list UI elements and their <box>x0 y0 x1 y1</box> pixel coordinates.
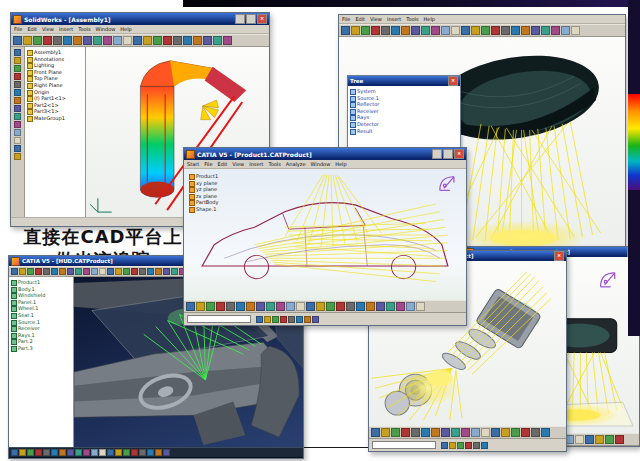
tree-item[interactable]: Detector <box>349 121 459 128</box>
toolbar-icon[interactable] <box>203 36 212 45</box>
toolbar-icon[interactable] <box>326 302 335 311</box>
tree-item[interactable]: Origin <box>26 89 84 96</box>
toolbar-icon[interactable] <box>107 268 114 275</box>
tree-item[interactable]: Seat.1 <box>10 312 72 319</box>
toolbar-icon[interactable] <box>306 302 315 311</box>
menu-item[interactable]: File <box>342 16 350 22</box>
toolbar-icon[interactable] <box>143 36 152 45</box>
toolbar-icon[interactable] <box>163 36 172 45</box>
toolbar-icon[interactable] <box>83 268 90 275</box>
toolbar-icon[interactable] <box>376 302 385 311</box>
toolbar-icon[interactable] <box>280 316 287 323</box>
toolbar-icon[interactable] <box>341 26 350 35</box>
toolbar-icon[interactable] <box>115 268 122 275</box>
toolbar-icon[interactable] <box>366 302 375 311</box>
toolbar-icon[interactable] <box>99 268 106 275</box>
menu-item[interactable]: View <box>370 16 382 22</box>
close-button[interactable] <box>257 14 267 24</box>
toolbar-icon[interactable] <box>491 26 500 35</box>
toolbar-icon[interactable] <box>451 26 460 35</box>
toolbar-icon[interactable] <box>256 316 263 323</box>
toolbar-icon[interactable] <box>193 36 202 45</box>
toolbar-icon[interactable] <box>213 36 222 45</box>
close-button[interactable] <box>454 149 464 159</box>
toolbar-icon[interactable] <box>481 442 488 449</box>
toolbar-icon[interactable] <box>139 449 146 456</box>
toolbar-icon[interactable] <box>312 316 319 323</box>
toolbar-icon[interactable] <box>391 26 400 35</box>
toolbar-icon[interactable] <box>206 302 215 311</box>
toolbar-icon[interactable] <box>226 302 235 311</box>
menu-item[interactable]: Tools <box>269 161 281 167</box>
tree-item[interactable]: Receiver <box>10 325 72 332</box>
toolbar-icon[interactable] <box>246 302 255 311</box>
tree-item[interactable]: Receiver <box>349 108 459 115</box>
toolbar-icon[interactable] <box>615 435 624 444</box>
toolbar-icon[interactable] <box>14 49 21 56</box>
toolbar-icon[interactable] <box>223 36 232 45</box>
tree-item[interactable]: Annotations <box>26 56 84 63</box>
menu-item[interactable]: Help <box>424 16 435 22</box>
toolbar-icon[interactable] <box>123 268 130 275</box>
toolbar-icon[interactable] <box>605 435 614 444</box>
toolbar-icon[interactable] <box>296 316 303 323</box>
toolbar-icon[interactable] <box>139 268 146 275</box>
toolbar-icon[interactable] <box>481 428 490 437</box>
toolbar-icon[interactable] <box>356 302 365 311</box>
toolbar-icon[interactable] <box>14 97 21 104</box>
toolbar-icon[interactable] <box>14 137 21 144</box>
toolbar-icon[interactable] <box>59 449 66 456</box>
menu-item[interactable]: File <box>14 26 22 32</box>
toolbar-icon[interactable] <box>457 442 464 449</box>
menu-item[interactable]: Help <box>335 161 346 167</box>
toolbar-icon[interactable] <box>391 428 400 437</box>
toolbar-icon[interactable] <box>431 428 440 437</box>
toolbar-icon[interactable] <box>35 449 42 456</box>
toolbar-icon[interactable] <box>585 435 594 444</box>
toolbar-icon[interactable] <box>93 36 102 45</box>
menu-item[interactable]: Tools <box>78 26 90 32</box>
toolbar-icon[interactable] <box>23 36 32 45</box>
toolbar-icon[interactable] <box>13 36 22 45</box>
toolbar-icon[interactable] <box>147 268 154 275</box>
toolbar-icon[interactable] <box>381 428 390 437</box>
toolbar-icon[interactable] <box>14 121 21 128</box>
toolbar-icon[interactable] <box>491 428 500 437</box>
toolbar-icon[interactable] <box>264 316 271 323</box>
tree-item[interactable]: Front Plane <box>26 69 84 76</box>
child-titlebar[interactable]: Tree <box>348 76 460 86</box>
toolbar-icon[interactable] <box>511 428 520 437</box>
toolbar-icon[interactable] <box>19 449 26 456</box>
toolbar-icon[interactable] <box>14 153 21 160</box>
minimize-button[interactable] <box>235 14 245 24</box>
menu-item[interactable]: File <box>204 161 212 167</box>
toolbar-icon[interactable] <box>521 26 530 35</box>
toolbar-icon[interactable] <box>521 428 530 437</box>
tree-item[interactable]: Part2<1> <box>26 102 84 109</box>
toolbar-icon[interactable] <box>107 449 114 456</box>
toolbar-icon[interactable] <box>75 268 82 275</box>
toolbar-icon[interactable] <box>186 302 195 311</box>
toolbar-icon[interactable] <box>471 26 480 35</box>
tree-item[interactable]: System <box>349 88 459 95</box>
tree-item[interactable]: Part.3 <box>10 345 72 352</box>
toolbar-icon[interactable] <box>411 428 420 437</box>
toolbar-icon[interactable] <box>461 428 470 437</box>
menu-item[interactable]: Tools <box>406 16 418 22</box>
toolbar-icon[interactable] <box>431 26 440 35</box>
toolbar-icon[interactable] <box>91 449 98 456</box>
tree-item[interactable]: Rays <box>349 114 459 121</box>
toolbar-icon[interactable] <box>481 26 490 35</box>
toolbar-icon[interactable] <box>43 268 50 275</box>
toolbar-icon[interactable] <box>131 449 138 456</box>
toolbar-icon[interactable] <box>163 449 170 456</box>
menu-item[interactable]: Window <box>311 161 331 167</box>
toolbar-icon[interactable] <box>531 26 540 35</box>
menu-item[interactable]: Edit <box>355 16 365 22</box>
tree-item[interactable]: Top Plane <box>26 75 84 82</box>
toolbar-icon[interactable] <box>183 36 192 45</box>
toolbar-icon[interactable] <box>14 113 21 120</box>
toolbar-icon[interactable] <box>541 428 550 437</box>
menu-item[interactable]: Start <box>187 161 199 167</box>
toolbar-icon[interactable] <box>561 26 570 35</box>
